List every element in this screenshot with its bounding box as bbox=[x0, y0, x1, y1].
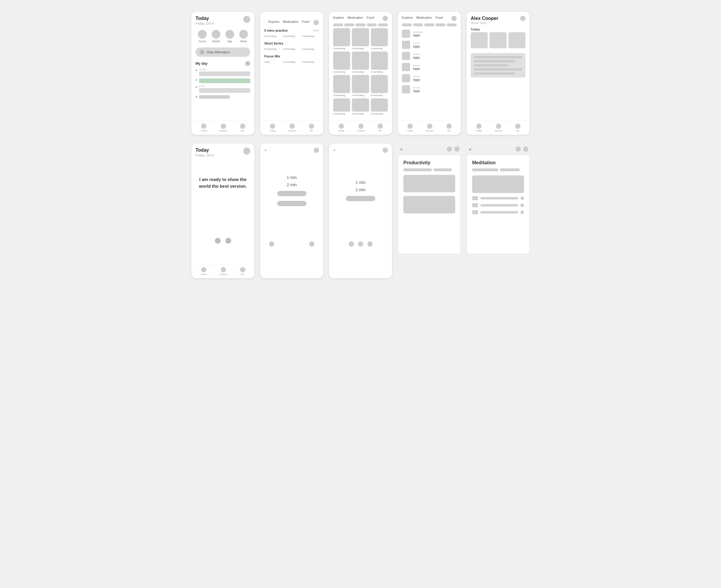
focus-item[interactable]: Focus bbox=[198, 30, 207, 43]
close-button-2[interactable]: × bbox=[333, 148, 336, 152]
card-item-9[interactable]: Commuting bbox=[302, 60, 319, 63]
meal-breakfast[interactable]: Breakfasteggs bbox=[398, 28, 461, 39]
back-button-4[interactable]: ◄ bbox=[399, 147, 403, 151]
card-item-4[interactable]: Productivity bbox=[264, 47, 281, 50]
modal-dot-1[interactable] bbox=[447, 146, 452, 152]
nav-explore-6[interactable]: Explore bbox=[219, 267, 228, 276]
explore-card-5[interactable]: Commuting bbox=[352, 51, 369, 73]
tab-food-3[interactable]: Food bbox=[367, 16, 374, 19]
nav-explore[interactable]: Explore bbox=[219, 124, 228, 132]
filter-pill-4[interactable] bbox=[367, 23, 377, 26]
modal-dot-2[interactable] bbox=[454, 146, 460, 152]
sleep-item[interactable]: Sleep bbox=[239, 30, 248, 43]
explore-card-3[interactable]: Commuting bbox=[371, 28, 388, 50]
explore-card-6[interactable]: Commuting bbox=[371, 51, 388, 73]
modal-dot-4[interactable] bbox=[523, 146, 528, 152]
explore-card-2[interactable]: Commuting bbox=[352, 28, 369, 50]
profile-card-3[interactable] bbox=[508, 32, 526, 48]
timer-dot-left-1[interactable] bbox=[269, 241, 274, 247]
meal-lunch[interactable]: Luncheggs bbox=[398, 39, 461, 50]
nav-explore-3[interactable]: Explore bbox=[357, 124, 365, 132]
more-link-1[interactable]: More bbox=[313, 29, 319, 32]
timer-dot-2[interactable] bbox=[358, 241, 363, 247]
card-item-3[interactable]: Commuting bbox=[302, 34, 319, 38]
filter-pill-2[interactable] bbox=[344, 23, 354, 26]
filter-pill-f1[interactable] bbox=[402, 23, 412, 26]
tab-explore-4[interactable]: Explore bbox=[402, 16, 413, 19]
meal-dinner-1[interactable]: Dinnereggs bbox=[398, 50, 461, 62]
nav-icon-me-3 bbox=[378, 124, 383, 129]
nav-me-2[interactable]: Me bbox=[309, 124, 314, 132]
explore-card-8[interactable]: Commuting bbox=[352, 75, 369, 97]
card-item-1[interactable]: Commuting bbox=[264, 34, 281, 38]
tab-medication-3[interactable]: Medication bbox=[347, 16, 363, 19]
profile-icon[interactable] bbox=[243, 16, 250, 23]
menu-icon-4[interactable] bbox=[451, 16, 457, 21]
explore-card-7[interactable]: Commuting bbox=[333, 75, 350, 97]
tab-medication-4[interactable]: Medication bbox=[416, 16, 432, 19]
profile-card-2[interactable] bbox=[489, 32, 506, 48]
nav-today-3[interactable]: Today bbox=[338, 124, 344, 132]
filter-pill-f5[interactable] bbox=[447, 23, 457, 26]
card-item-2[interactable]: Commuting bbox=[283, 34, 300, 38]
nav-home-6[interactable]: Home bbox=[200, 267, 207, 276]
nav-explore-2[interactable]: Explore bbox=[288, 124, 296, 132]
modal-dot-3[interactable] bbox=[515, 146, 521, 152]
nap-item[interactable]: Nap bbox=[226, 30, 234, 43]
nav-me-3[interactable]: Me bbox=[378, 124, 383, 132]
profile-icon-2[interactable] bbox=[243, 148, 250, 154]
nav-today-2[interactable]: Today bbox=[269, 124, 275, 132]
filter-pill-3[interactable] bbox=[355, 23, 365, 26]
meal-dinner-3[interactable]: Dinnereggs bbox=[398, 72, 461, 84]
add-button[interactable]: + bbox=[245, 61, 250, 66]
explore-card-10[interactable]: Commuting bbox=[333, 98, 350, 115]
nav-explore-4[interactable]: Explore bbox=[426, 124, 434, 132]
card-item-5[interactable]: Commuting bbox=[283, 47, 300, 50]
explore-card-9[interactable]: Commuting bbox=[371, 75, 388, 97]
meal-dinner-2[interactable]: Dinnereggs bbox=[398, 62, 461, 72]
back-button-5[interactable]: ◄ bbox=[468, 147, 472, 151]
nav-me-6[interactable]: Me bbox=[240, 267, 245, 276]
profile-menu-icon[interactable] bbox=[520, 16, 526, 21]
filter-pill-5[interactable] bbox=[378, 23, 388, 26]
menu-icon-2[interactable] bbox=[314, 20, 319, 25]
tab-medication-2[interactable]: Medication bbox=[283, 20, 298, 23]
menu-icon-3[interactable] bbox=[383, 16, 388, 21]
explore-card-12[interactable]: Commuting bbox=[371, 98, 388, 115]
meditation-list-2[interactable] bbox=[472, 203, 524, 207]
tab-food-4[interactable]: Food bbox=[436, 16, 443, 19]
filter-pill-f4[interactable] bbox=[436, 23, 446, 26]
card-item-6[interactable]: Commuting bbox=[302, 47, 319, 50]
filter-pill-f3[interactable] bbox=[424, 23, 434, 26]
affirmation-button[interactable]: Daily Affirmation bbox=[195, 47, 250, 57]
nav-today-5[interactable]: Today bbox=[476, 124, 482, 132]
meditation-list-3[interactable] bbox=[472, 210, 524, 214]
card-item-8[interactable]: Commuting bbox=[283, 60, 300, 63]
nav-me[interactable]: Me bbox=[240, 124, 245, 132]
nav-today[interactable]: Today bbox=[200, 124, 207, 132]
filter-pill-1[interactable] bbox=[333, 23, 343, 26]
explore-card-1[interactable]: Commuting bbox=[333, 28, 350, 50]
breath-item[interactable]: Breath bbox=[212, 30, 220, 43]
nav-me-4[interactable]: Me bbox=[446, 124, 452, 132]
timer-menu-1[interactable] bbox=[314, 148, 319, 153]
explore-card-4[interactable]: Commuting bbox=[333, 51, 350, 73]
timer-dot-3[interactable] bbox=[367, 241, 373, 247]
nav-today-4[interactable]: Today bbox=[407, 124, 413, 132]
list-bar-1 bbox=[480, 197, 518, 200]
tab-food-2[interactable]: Food bbox=[302, 20, 310, 23]
meditation-list-1[interactable] bbox=[472, 196, 524, 200]
tab-explore-3[interactable]: Explore bbox=[333, 16, 344, 19]
card-item-7[interactable]: Calm bbox=[264, 60, 281, 63]
timer-dot-1[interactable] bbox=[348, 241, 354, 247]
timer-dot-right-1[interactable] bbox=[309, 241, 314, 247]
explore-card-11[interactable]: Commuting bbox=[352, 98, 369, 115]
nav-explore-5[interactable]: Explore bbox=[495, 124, 503, 132]
filter-pill-f2[interactable] bbox=[413, 23, 423, 26]
meal-dinner-4[interactable]: Dinnereggs bbox=[398, 84, 461, 95]
tab-explore-2[interactable]: Explore bbox=[269, 20, 279, 23]
timer-menu-2[interactable] bbox=[383, 148, 388, 153]
close-button-1[interactable]: × bbox=[264, 148, 267, 152]
profile-card-1[interactable] bbox=[471, 32, 488, 48]
nav-me-5[interactable]: Me bbox=[515, 124, 521, 132]
